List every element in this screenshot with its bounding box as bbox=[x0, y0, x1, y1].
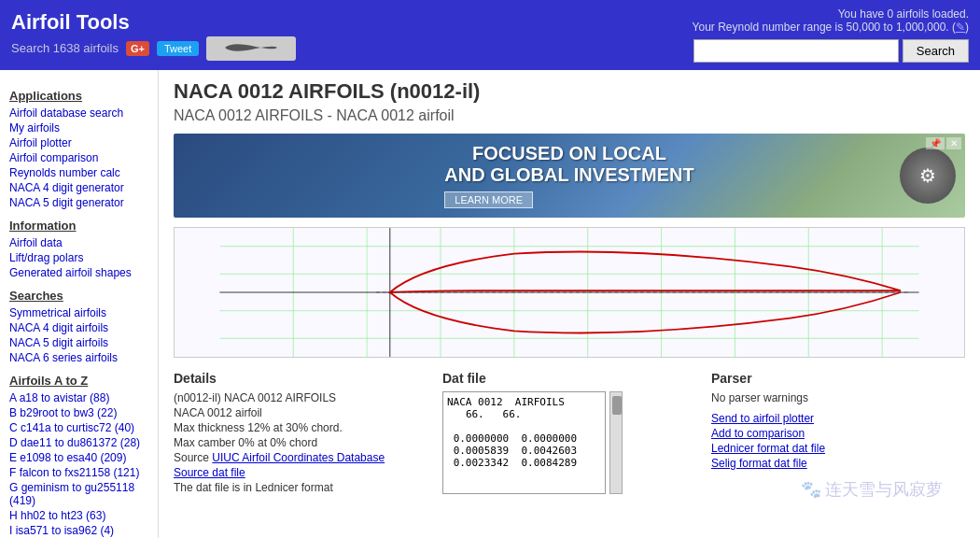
edit-reynolds-link[interactable]: ✎ bbox=[956, 21, 965, 34]
detail-line4: Max camber 0% at 0% chord bbox=[174, 436, 427, 449]
ad-headline: FOCUSED ON LOCAL AND GLOBAL INVESTMENT bbox=[444, 143, 693, 186]
sidebar-item-symmetrical[interactable]: Symmetrical airfoils bbox=[9, 306, 148, 319]
info-line2: Your Reynold number range is 50,000 to 1… bbox=[693, 21, 956, 34]
ad-close-icons: 📌 ✕ bbox=[926, 137, 961, 149]
source-dat-link[interactable]: Source dat file bbox=[174, 466, 245, 479]
lednicer-dat-link[interactable]: Lednicer format dat file bbox=[711, 442, 965, 455]
header-subtext: Search 1638 airfoils G+ Tweet bbox=[11, 36, 296, 61]
ad-banner: FOCUSED ON LOCAL AND GLOBAL INVESTMENT L… bbox=[174, 134, 965, 218]
info-line2-end: ) bbox=[965, 21, 969, 34]
airfoil-chart bbox=[174, 227, 965, 358]
bottom-section: Details (n0012-il) NACA 0012 AIRFOILS NA… bbox=[174, 371, 965, 496]
reynold-info: You have 0 airfoils loaded. Your Reynold… bbox=[693, 7, 969, 34]
parser-no-warnings: No parser warnings bbox=[711, 391, 965, 404]
tweet-button[interactable]: Tweet bbox=[157, 41, 199, 56]
sidebar-item-airfoil-data[interactable]: Airfoil data bbox=[9, 236, 148, 249]
main-layout: Applications Airfoil database search My … bbox=[0, 70, 980, 538]
sidebar-searches-title: Searches bbox=[9, 289, 148, 303]
datfile-textarea[interactable] bbox=[442, 391, 606, 494]
sidebar: Applications Airfoil database search My … bbox=[0, 70, 159, 538]
gplus-button[interactable]: G+ bbox=[126, 41, 149, 56]
header-left: Airfoil Tools Search 1638 airfoils G+ Tw… bbox=[11, 10, 296, 61]
details-column: Details (n0012-il) NACA 0012 AIRFOILS NA… bbox=[174, 371, 427, 496]
sidebar-applications-title: Applications bbox=[9, 89, 148, 103]
sidebar-atoz-title: Airfoils A to Z bbox=[9, 374, 148, 388]
sidebar-item-lift-drag[interactable]: Lift/drag polars bbox=[9, 251, 148, 264]
datfile-title: Dat file bbox=[442, 371, 696, 386]
detail-source: Source UIUC Airfoil Coordinates Database bbox=[174, 451, 427, 464]
selig-dat-link[interactable]: Selig format dat file bbox=[711, 457, 965, 470]
sidebar-atoz-i[interactable]: I isa571 to isa962 (4) bbox=[9, 524, 148, 537]
search-count-label: Search 1638 airfoils bbox=[11, 41, 119, 55]
site-title: Airfoil Tools bbox=[11, 10, 296, 35]
sidebar-item-my-airfoils[interactable]: My airfoils bbox=[9, 121, 148, 134]
details-title: Details bbox=[174, 371, 427, 386]
header-right: You have 0 airfoils loaded. Your Reynold… bbox=[693, 7, 969, 63]
search-bar: Search bbox=[693, 39, 969, 63]
detail-format-note: The dat file is in Lednicer format bbox=[174, 481, 427, 494]
airfoil-preview-icon bbox=[223, 38, 279, 57]
header: Airfoil Tools Search 1638 airfoils G+ Tw… bbox=[0, 0, 980, 70]
ad-line1: FOCUSED ON LOCAL bbox=[472, 143, 666, 163]
source-uiuc-link[interactable]: UIUC Airfoil Coordinates Database bbox=[212, 451, 385, 464]
ad-close-icon[interactable]: ✕ bbox=[946, 137, 961, 149]
add-to-comparison-link[interactable]: Add to comparison bbox=[711, 427, 965, 440]
share-image bbox=[206, 36, 296, 61]
sidebar-atoz-a[interactable]: A a18 to avistar (88) bbox=[9, 391, 148, 404]
sidebar-item-reynolds-calc[interactable]: Reynolds number calc bbox=[9, 166, 148, 179]
sidebar-atoz-f[interactable]: F falcon to fxs21158 (121) bbox=[9, 466, 148, 479]
sidebar-item-naca5-airfoils[interactable]: NACA 5 digit airfoils bbox=[9, 336, 148, 349]
parser-column: Parser No parser warnings Send to airfoi… bbox=[711, 371, 965, 496]
detail-line1: (n0012-il) NACA 0012 AIRFOILS bbox=[174, 391, 427, 404]
datfile-scrollbar[interactable] bbox=[609, 391, 623, 494]
airfoil-svg bbox=[175, 228, 964, 357]
search-button[interactable]: Search bbox=[903, 39, 969, 63]
page-subtitle: NACA 0012 AIRFOILS - NACA 0012 airfoil bbox=[174, 107, 965, 124]
sidebar-atoz-b[interactable]: B b29root to bw3 (22) bbox=[9, 406, 148, 419]
sidebar-atoz-h[interactable]: H hh02 to ht23 (63) bbox=[9, 509, 148, 522]
sidebar-item-airfoil-comparison[interactable]: Airfoil comparison bbox=[9, 151, 148, 164]
ad-line2: AND GLOBAL INVESTMENT bbox=[444, 164, 693, 185]
detail-line2: NACA 0012 airfoil bbox=[174, 406, 427, 419]
sidebar-item-airfoil-database-search[interactable]: Airfoil database search bbox=[9, 106, 148, 120]
info-line1: You have 0 airfoils loaded. bbox=[838, 7, 969, 21]
sidebar-item-airfoil-plotter[interactable]: Airfoil plotter bbox=[9, 136, 148, 149]
sidebar-information-title: Information bbox=[9, 219, 148, 233]
ad-learn-more-button[interactable]: LEARN MORE bbox=[444, 191, 533, 208]
detail-line3: Max thickness 12% at 30% chord. bbox=[174, 421, 427, 434]
sidebar-item-naca4[interactable]: NACA 4 digit generator bbox=[9, 181, 148, 194]
datfile-column: Dat file bbox=[442, 371, 696, 496]
page-title: NACA 0012 AIRFOILS (n0012-il) bbox=[174, 79, 965, 104]
sidebar-item-naca4-airfoils[interactable]: NACA 4 digit airfoils bbox=[9, 321, 148, 334]
ad-pin-icon[interactable]: 📌 bbox=[926, 137, 945, 149]
sidebar-atoz-d[interactable]: D dae11 to du861372 (28) bbox=[9, 436, 148, 449]
content-area: NACA 0012 AIRFOILS (n0012-il) NACA 0012 … bbox=[159, 70, 980, 538]
parser-links: Send to airfoil plotter Add to compariso… bbox=[711, 412, 965, 470]
ad-content: FOCUSED ON LOCAL AND GLOBAL INVESTMENT L… bbox=[444, 143, 693, 208]
ad-logo-icon: ⚙ bbox=[900, 148, 956, 204]
sidebar-item-naca5[interactable]: NACA 5 digit generator bbox=[9, 196, 148, 209]
sidebar-atoz-c[interactable]: C c141a to curtisc72 (40) bbox=[9, 421, 148, 434]
sidebar-atoz-e[interactable]: E e1098 to esa40 (209) bbox=[9, 451, 148, 464]
sidebar-item-generated-shapes[interactable]: Generated airfoil shapes bbox=[9, 266, 148, 279]
parser-title: Parser bbox=[711, 371, 965, 386]
search-input[interactable] bbox=[693, 39, 899, 63]
sidebar-atoz-g[interactable]: G geminism to gu255118 (419) bbox=[9, 481, 148, 507]
send-to-plotter-link[interactable]: Send to airfoil plotter bbox=[711, 412, 965, 425]
sidebar-item-naca6-series[interactable]: NACA 6 series airfoils bbox=[9, 351, 148, 364]
